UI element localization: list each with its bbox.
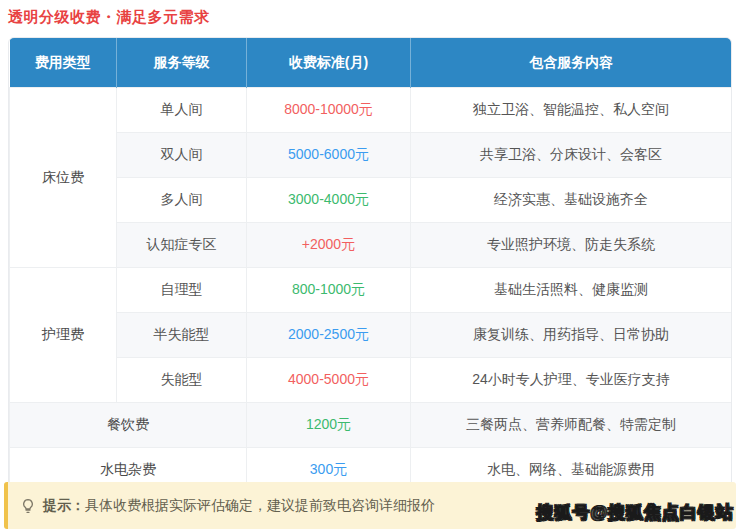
price-value: 800-1000元 [292,281,365,297]
price-value: 8000-10000元 [284,101,373,117]
level-cell: 单人间 [117,88,247,133]
services-cell: 共享卫浴、分床设计、会客区 [411,133,732,178]
page-title: 透明分级收费・满足多元需求 [8,8,740,27]
price-value: 300元 [310,461,347,477]
header-row: 费用类型 服务等级 收费标准(月) 包含服务内容 [10,38,732,88]
header-price-standard: 收费标准(月) [247,38,411,88]
price-cell: 2000-2500元 [247,313,411,358]
price-cell: 5000-6000元 [247,133,411,178]
services-cell: 经济实惠、基础设施齐全 [411,178,732,223]
table-row: 失能型 4000-5000元 24小时专人护理、专业医疗支持 [10,358,732,403]
price-value: +2000元 [302,236,355,252]
services-cell: 24小时专人护理、专业医疗支持 [411,358,732,403]
price-cell: 3000-4000元 [247,178,411,223]
header-fee-type: 费用类型 [10,38,117,88]
tip-text: 提示：具体收费根据实际评估确定，建议提前致电咨询详细报价 [43,497,435,515]
header-service-level: 服务等级 [117,38,247,88]
level-cell: 失能型 [117,358,247,403]
price-cell: 800-1000元 [247,268,411,313]
category-cell: 护理费 [10,268,117,403]
level-cell: 双人间 [117,133,247,178]
table-row: 餐饮费 1200元 三餐两点、营养师配餐、特需定制 [10,403,732,448]
price-value: 4000-5000元 [288,371,369,387]
services-cell: 三餐两点、营养师配餐、特需定制 [411,403,732,448]
category-cell: 餐饮费 [10,403,247,448]
services-cell: 独立卫浴、智能温控、私人空间 [411,88,732,133]
services-cell: 基础生活照料、健康监测 [411,268,732,313]
tip-label: 提示： [43,497,85,513]
level-cell: 半失能型 [117,313,247,358]
price-value: 1200元 [306,416,351,432]
price-value: 3000-4000元 [288,191,369,207]
table-row: 床位费 单人间 8000-10000元 独立卫浴、智能温控、私人空间 [10,88,732,133]
pricing-table-container: 费用类型 服务等级 收费标准(月) 包含服务内容 床位费 单人间 8000-10… [8,37,732,494]
level-cell: 认知症专区 [117,223,247,268]
lightbulb-icon [20,498,36,514]
header-included-services: 包含服务内容 [411,38,732,88]
price-cell: 1200元 [247,403,411,448]
price-value: 5000-6000元 [288,146,369,162]
tip-body: 具体收费根据实际评估确定，建议提前致电咨询详细报价 [85,497,435,513]
level-cell: 自理型 [117,268,247,313]
watermark: 搜狐号@搜狐焦点白银站 [536,501,734,524]
category-cell: 床位费 [10,88,117,268]
pricing-table: 费用类型 服务等级 收费标准(月) 包含服务内容 床位费 单人间 8000-10… [9,38,732,493]
table-row: 半失能型 2000-2500元 康复训练、用药指导、日常协助 [10,313,732,358]
table-row: 认知症专区 +2000元 专业照护环境、防走失系统 [10,223,732,268]
services-cell: 康复训练、用药指导、日常协助 [411,313,732,358]
price-cell: 4000-5000元 [247,358,411,403]
services-cell: 专业照护环境、防走失系统 [411,223,732,268]
table-row: 多人间 3000-4000元 经济实惠、基础设施齐全 [10,178,732,223]
table-row: 双人间 5000-6000元 共享卫浴、分床设计、会客区 [10,133,732,178]
price-cell: 8000-10000元 [247,88,411,133]
level-cell: 多人间 [117,178,247,223]
table-row: 护理费 自理型 800-1000元 基础生活照料、健康监测 [10,268,732,313]
price-value: 2000-2500元 [288,326,369,342]
price-cell: +2000元 [247,223,411,268]
